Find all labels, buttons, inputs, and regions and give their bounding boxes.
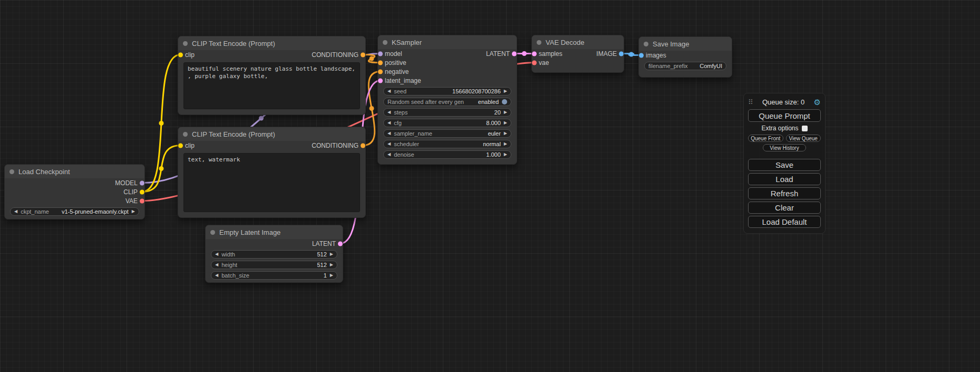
increment-arrow-icon[interactable]: ▶ [504, 131, 507, 136]
steps-widget[interactable]: ◀ steps 20 ▶ [383, 108, 511, 117]
widget-label: seed [394, 88, 406, 94]
queue-prompt-button[interactable]: Queue Prompt [748, 109, 821, 122]
prompt-textarea[interactable]: beautiful scenery nature glass bottle la… [183, 62, 360, 109]
node-title: CLIP Text Encode (Prompt) [192, 130, 275, 138]
scheduler-widget[interactable]: ◀ scheduler normal ▶ [383, 140, 511, 148]
decrement-arrow-icon[interactable]: ◀ [387, 89, 391, 93]
denoise-widget[interactable]: ◀ denoise 1.000 ▶ [383, 150, 511, 159]
model-output-slot[interactable] [140, 180, 144, 185]
save-button[interactable]: Save [748, 159, 821, 171]
decrement-arrow-icon[interactable]: ◀ [215, 252, 218, 256]
conditioning-output-slot[interactable] [361, 143, 365, 148]
node-title-bar[interactable]: KSampler [378, 35, 517, 49]
clip-input-slot[interactable] [178, 143, 183, 148]
widget-value: 20 [494, 109, 501, 116]
widget-label: ckpt_name [21, 208, 49, 215]
collapse-dot-icon[interactable] [537, 40, 541, 45]
increment-arrow-icon[interactable]: ▶ [504, 152, 507, 157]
model-input-slot[interactable] [378, 51, 383, 56]
load-default-button[interactable]: Load Default [748, 216, 821, 228]
height-widget[interactable]: ◀ height 512 ▶ [211, 261, 337, 269]
cfg-widget[interactable]: ◀ cfg 8.000 ▶ [383, 119, 511, 127]
node-ksampler[interactable]: KSampler model LATENT positive negative … [377, 35, 517, 165]
link-midpoint-dot[interactable] [629, 52, 634, 57]
seed-widget[interactable]: ◀ seed 156680208700286 ▶ [383, 87, 511, 96]
decrement-arrow-icon[interactable]: ◀ [387, 142, 391, 146]
node-load-checkpoint[interactable]: Load Checkpoint MODEL CLIP VAE ◀ ckpt_na… [4, 164, 145, 220]
link-midpoint-dot[interactable] [370, 106, 374, 111]
increment-arrow-icon[interactable]: ▶ [504, 89, 507, 93]
queue-front-button[interactable]: Queue Front [748, 135, 783, 142]
increment-arrow-icon[interactable]: ▶ [132, 209, 135, 214]
vae-output-slot[interactable] [140, 198, 144, 203]
output-label-clip: CLIP [123, 188, 138, 196]
decrement-arrow-icon[interactable]: ◀ [387, 121, 391, 125]
widget-label: Random seed after every gen [387, 99, 464, 105]
image-output-slot[interactable] [619, 51, 624, 56]
negative-input-slot[interactable] [378, 69, 383, 74]
link-midpoint-dot[interactable] [259, 116, 264, 121]
collapse-dot-icon[interactable] [183, 132, 188, 137]
decrement-arrow-icon[interactable]: ◀ [215, 263, 218, 267]
node-title-bar[interactable]: CLIP Text Encode (Prompt) [178, 36, 365, 50]
increment-arrow-icon[interactable]: ▶ [330, 252, 333, 256]
samples-input-slot[interactable] [532, 51, 537, 56]
refresh-button[interactable]: Refresh [748, 187, 821, 199]
node-title-bar[interactable]: Save Image [639, 37, 732, 51]
images-input-slot[interactable] [639, 53, 644, 58]
node-title-bar[interactable]: Empty Latent Image [206, 225, 343, 239]
ckpt-name-widget[interactable]: ◀ ckpt_name v1-5-pruned-emaonly.ckpt ▶ [10, 207, 139, 216]
increment-arrow-icon[interactable]: ▶ [330, 263, 333, 267]
node-clip-text-encode-negative[interactable]: CLIP Text Encode (Prompt) clip CONDITION… [178, 127, 366, 218]
load-button[interactable]: Load [748, 173, 821, 185]
prompt-textarea[interactable]: text, watermark [183, 153, 360, 212]
settings-gear-icon[interactable]: ⚙ [814, 98, 821, 106]
increment-arrow-icon[interactable]: ▶ [504, 110, 507, 115]
clip-input-slot[interactable] [178, 52, 183, 57]
decrement-arrow-icon[interactable]: ◀ [215, 273, 218, 278]
node-vae-decode[interactable]: VAE Decode samples IMAGE vae [531, 35, 624, 73]
decrement-arrow-icon[interactable]: ◀ [387, 131, 391, 136]
collapse-dot-icon[interactable] [644, 42, 648, 46]
output-label-vae: VAE [125, 197, 138, 205]
clear-button[interactable]: Clear [748, 202, 821, 214]
vae-input-slot[interactable] [532, 60, 537, 65]
link-midpoint-dot[interactable] [370, 56, 374, 61]
node-title-bar[interactable]: CLIP Text Encode (Prompt) [178, 127, 365, 141]
node-empty-latent-image[interactable]: Empty Latent Image LATENT ◀ width 512 ▶ … [205, 225, 343, 283]
collapse-dot-icon[interactable] [383, 40, 387, 45]
decrement-arrow-icon[interactable]: ◀ [387, 110, 391, 115]
collapse-dot-icon[interactable] [9, 169, 14, 174]
node-save-image[interactable]: Save Image images filename_prefix ComfyU… [638, 36, 732, 78]
view-queue-button[interactable]: View Queue [786, 135, 821, 142]
toggle-knob-icon[interactable] [502, 99, 507, 104]
decrement-arrow-icon[interactable]: ◀ [387, 152, 391, 157]
link-midpoint-dot[interactable] [522, 51, 527, 56]
random-seed-toggle-widget[interactable]: Random seed after every gen enabled [383, 98, 511, 106]
collapse-dot-icon[interactable] [183, 41, 188, 46]
decrement-arrow-icon[interactable]: ◀ [14, 209, 17, 214]
node-title-bar[interactable]: Load Checkpoint [5, 165, 144, 178]
drag-handle-icon[interactable]: ⠿ [748, 98, 753, 106]
sampler-name-widget[interactable]: ◀ sampler_name euler ▶ [383, 129, 511, 138]
increment-arrow-icon[interactable]: ▶ [330, 273, 333, 278]
extra-options-checkbox[interactable] [802, 126, 808, 131]
width-widget[interactable]: ◀ width 512 ▶ [211, 250, 337, 259]
collapse-dot-icon[interactable] [210, 230, 215, 235]
conditioning-output-slot[interactable] [361, 52, 365, 57]
link-midpoint-dot[interactable] [159, 166, 164, 171]
latent-image-input-slot[interactable] [378, 78, 383, 83]
latent-output-slot[interactable] [338, 241, 343, 246]
node-title-bar[interactable]: VAE Decode [532, 35, 624, 49]
filename-prefix-widget[interactable]: filename_prefix ComfyUI [644, 62, 726, 70]
link-midpoint-dot[interactable] [159, 121, 164, 126]
view-history-button[interactable]: View History [763, 144, 806, 151]
increment-arrow-icon[interactable]: ▶ [504, 121, 507, 125]
positive-input-slot[interactable] [378, 60, 383, 65]
latent-output-slot[interactable] [512, 51, 517, 56]
clip-output-slot[interactable] [140, 189, 144, 194]
node-graph-canvas[interactable]: Load Checkpoint MODEL CLIP VAE ◀ ckpt_na… [0, 0, 980, 372]
batch-size-widget[interactable]: ◀ batch_size 1 ▶ [211, 271, 337, 280]
increment-arrow-icon[interactable]: ▶ [504, 142, 507, 146]
node-clip-text-encode-positive[interactable]: CLIP Text Encode (Prompt) clip CONDITION… [178, 36, 366, 115]
